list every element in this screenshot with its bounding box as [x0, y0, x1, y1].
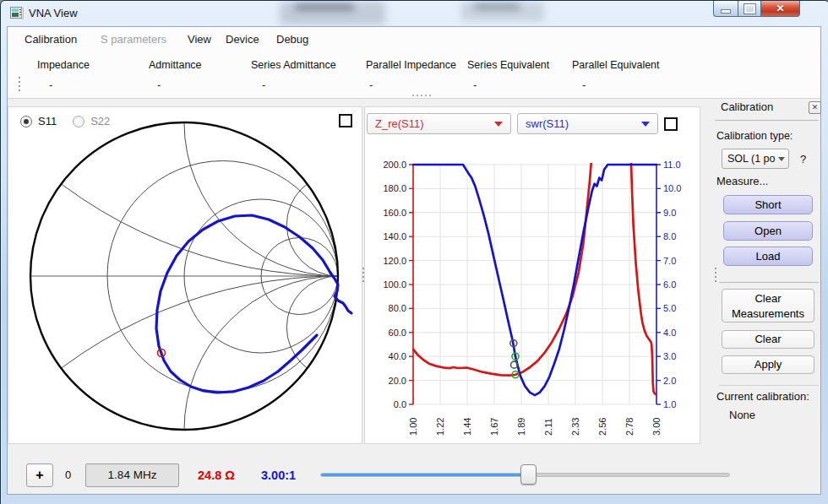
panel-splitter-handle[interactable] [362, 268, 364, 285]
menu-item-debug[interactable]: Debug [273, 27, 312, 52]
calibration-close-icon[interactable]: ✕ [809, 101, 821, 114]
menu-item-view[interactable]: View [184, 27, 215, 52]
separator [719, 282, 819, 283]
radio-s11[interactable] [20, 116, 32, 127]
toolbar-col-impedance: Impedance [37, 59, 90, 71]
clear-measurements-button[interactable]: Clear Measurements [722, 289, 814, 322]
svg-text:160.0: 160.0 [383, 208, 406, 218]
svg-text:2.11: 2.11 [543, 418, 553, 436]
svg-text:1.44: 1.44 [462, 418, 472, 436]
toolbar-drag-handle[interactable] [19, 77, 20, 91]
window-title: VNA View [29, 1, 78, 25]
svg-text:1.0: 1.0 [663, 399, 676, 409]
svg-text:10.0: 10.0 [663, 183, 681, 193]
calibration-type-label: Calibration type: [716, 130, 793, 142]
calibration-type-value: SOL (1 po [727, 153, 776, 165]
svg-text:100.0: 100.0 [383, 279, 406, 290]
measurement-toolbar: Impedance-Admittance-Series Admittance-P… [8, 52, 820, 99]
maximize-icon [744, 4, 755, 14]
clear-button[interactable]: Clear [722, 330, 814, 349]
frequency-slider-handle[interactable] [520, 464, 537, 485]
toolbar-value: - [369, 79, 373, 91]
close-button[interactable]: ✕ [761, 1, 800, 17]
svg-text:200.0: 200.0 [383, 160, 406, 170]
left-series-dropdown[interactable]: Z_re(S11) [367, 113, 511, 134]
toolbar-value: - [157, 79, 161, 91]
window-controls: ✕ [713, 1, 800, 18]
svg-text:60.0: 60.0 [389, 328, 406, 338]
toolbar-col-series-admittance: Series Admittance [251, 59, 336, 71]
aero-glass-reflection [295, 3, 354, 11]
toolbar-value: - [473, 79, 477, 91]
svg-text:3.00: 3.00 [651, 418, 662, 436]
xy-plot[interactable]: 200.011.0180.010.0160.09.0140.08.0120.07… [365, 107, 700, 443]
toolbar-value: - [582, 79, 586, 91]
chevron-down-icon [641, 122, 650, 127]
svg-text:2.56: 2.56 [597, 418, 607, 436]
toolbar-value: - [262, 79, 265, 91]
minimize-icon [721, 9, 731, 14]
calibration-type-dropdown[interactable]: SOL (1 po [722, 149, 789, 169]
svg-text:40.0: 40.0 [389, 351, 406, 361]
apply-button[interactable]: Apply [722, 355, 814, 374]
toolbar-col-parallel-equivalent: Parallel Equivalent [572, 59, 660, 71]
svg-text:20.0: 20.0 [389, 376, 406, 386]
vswr-readout: 3.00:1 [261, 463, 296, 487]
current-calibration-label: Current calibration: [716, 390, 809, 403]
right-series-dropdown[interactable]: swr(S11) [517, 113, 658, 134]
svg-text:140.0: 140.0 [383, 231, 406, 241]
frequency-slider-fill [321, 474, 527, 476]
toolbar-col-series-equivalent: Series Equivalent [467, 59, 549, 71]
radio-s22-label: S22 [90, 115, 110, 127]
maximize-button[interactable] [738, 1, 761, 17]
toolbar-resize-grip[interactable] [412, 95, 433, 96]
short-button[interactable]: Short [723, 195, 813, 214]
left-series-label: Z_re(S11) [375, 117, 424, 130]
add-marker-button[interactable]: + [26, 463, 53, 487]
plot-maximize-icon[interactable] [664, 117, 678, 131]
open-button[interactable]: Open [723, 221, 813, 241]
aero-glass-reflection [474, 3, 520, 10]
toolbar-value: - [49, 79, 52, 91]
title-bar[interactable]: VNA View ✕ [1, 1, 828, 26]
svg-text:7.0: 7.0 [663, 256, 676, 266]
calibration-help-button[interactable]: ? [800, 153, 806, 165]
menu-item-calibration[interactable]: Calibration [21, 27, 80, 52]
toolbar-col-parallel-impedance: Parallel Impedance [366, 59, 456, 71]
svg-text:1.89: 1.89 [516, 418, 526, 436]
close-icon: ✕ [776, 3, 784, 14]
right-series-label: swr(S11) [526, 117, 569, 130]
svg-text:6.0: 6.0 [663, 279, 676, 290]
svg-text:80.0: 80.0 [389, 303, 406, 313]
radio-s11-label: S11 [38, 115, 57, 127]
frequency-button[interactable]: 1.84 MHz [85, 463, 179, 487]
menu-item-s-parameters: S parameters [97, 27, 170, 52]
svg-text:1.22: 1.22 [435, 418, 445, 436]
current-calibration-value: None [729, 409, 755, 421]
radio-s22[interactable] [73, 116, 84, 127]
dock-splitter-handle[interactable] [715, 268, 716, 282]
smith-maximize-icon[interactable] [339, 114, 352, 127]
svg-text:180.0: 180.0 [383, 183, 406, 193]
svg-text:8.0: 8.0 [663, 231, 676, 241]
chevron-down-icon [778, 157, 785, 161]
app-window: VNA View ✕ CalibrationS parametersViewDe… [0, 0, 828, 504]
plot-panel: 200.011.0180.010.0160.09.0140.08.0120.07… [364, 106, 700, 444]
menu-item-device[interactable]: Device [222, 27, 263, 52]
load-button[interactable]: Load [723, 247, 813, 266]
measure-label: Measure... [716, 175, 768, 187]
app-icon [10, 7, 24, 20]
svg-text:1.00: 1.00 [408, 418, 418, 436]
svg-text:120.0: 120.0 [383, 256, 406, 266]
svg-text:5.0: 5.0 [663, 303, 676, 313]
minimize-button[interactable] [713, 1, 738, 17]
svg-text:11.0: 11.0 [663, 160, 681, 170]
smith-chart[interactable] [8, 107, 362, 443]
chevron-down-icon [494, 122, 503, 127]
svg-text:4.0: 4.0 [663, 328, 676, 338]
clear-measurements-label: Clear Measurements [729, 291, 807, 322]
svg-text:0.0: 0.0 [394, 399, 406, 409]
marker-index: 0 [65, 463, 71, 487]
svg-text:2.0: 2.0 [663, 376, 676, 386]
svg-text:2.78: 2.78 [624, 418, 635, 436]
